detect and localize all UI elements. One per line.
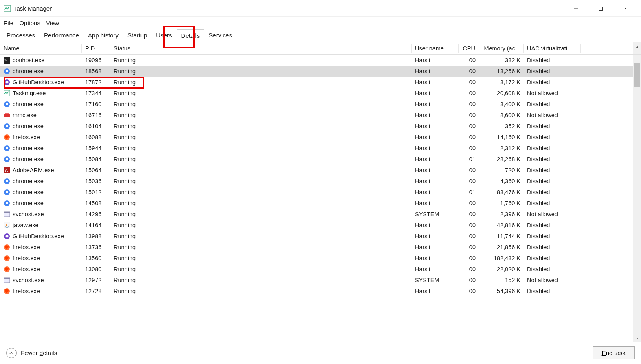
table-row[interactable]: firefox.exe13560RunningHarsit00182,432 K… xyxy=(0,252,641,263)
table-row[interactable]: firefox.exe12728RunningHarsit0054,396 KD… xyxy=(0,285,641,296)
close-button[interactable] xyxy=(613,0,637,17)
col-user[interactable]: User name xyxy=(412,44,459,53)
process-name: svchost.exe xyxy=(13,277,44,283)
tab-startup[interactable]: Startup xyxy=(123,29,151,42)
process-pid: 14164 xyxy=(82,222,110,228)
process-status: Running xyxy=(110,134,412,140)
table-row[interactable]: chrome.exe18568RunningHarsit0013,256 KDi… xyxy=(0,66,641,77)
process-uac: Disabled xyxy=(524,244,581,250)
process-memory: 83,476 K xyxy=(479,189,524,195)
table-row[interactable]: chrome.exe17160RunningHarsit003,400 KDis… xyxy=(0,99,641,110)
vertical-scrollbar[interactable]: ▴ xyxy=(633,42,641,54)
process-uac: Disabled xyxy=(524,101,581,107)
process-cpu: 00 xyxy=(459,244,479,250)
table-row[interactable]: chrome.exe15036RunningHarsit004,360 KDis… xyxy=(0,175,641,186)
svg-point-26 xyxy=(6,180,8,182)
svchost-icon xyxy=(4,211,10,217)
end-task-button[interactable]: End task xyxy=(593,346,635,359)
process-cpu: 00 xyxy=(459,288,479,294)
chrome-icon xyxy=(4,68,10,75)
tab-processes[interactable]: Processes xyxy=(2,29,40,42)
col-memory[interactable]: Memory (ac... xyxy=(479,44,524,53)
table-row[interactable]: firefox.exe16088RunningHarsit0014,160 KD… xyxy=(0,132,641,143)
tab-details[interactable]: Details xyxy=(177,29,204,42)
process-status: Running xyxy=(110,266,412,272)
process-status: Running xyxy=(110,112,412,118)
process-name: firefox.exe xyxy=(13,134,40,140)
table-row[interactable]: javaw.exe14164RunningHarsit0042,816 KDis… xyxy=(0,219,641,230)
process-name: chrome.exe xyxy=(13,101,44,107)
process-memory: 13,256 K xyxy=(479,68,524,75)
process-user: Harsit xyxy=(412,266,459,272)
table-row[interactable]: GitHubDesktop.exe17872RunningHarsit003,1… xyxy=(0,77,641,88)
app-icon xyxy=(4,5,11,12)
title-bar[interactable]: Task Manager xyxy=(0,0,641,17)
process-user: SYSTEM xyxy=(412,211,459,217)
menu-file[interactable]: File xyxy=(4,20,13,26)
table-row[interactable]: chrome.exe15084RunningHarsit0128,268 KDi… xyxy=(0,153,641,164)
table-row[interactable]: mmc.exe16716RunningHarsit008,600 KNot al… xyxy=(0,110,641,121)
table-row[interactable]: Taskmgr.exe17344RunningHarsit0020,608 KN… xyxy=(0,88,641,99)
scroll-up-icon[interactable]: ▴ xyxy=(633,42,641,50)
process-uac: Disabled xyxy=(524,57,581,64)
github-icon xyxy=(4,79,10,86)
process-uac: Disabled xyxy=(524,134,581,140)
process-status: Running xyxy=(110,288,412,294)
table-row[interactable]: svchost.exe14296RunningSYSTEM002,396 KNo… xyxy=(0,208,641,219)
col-uac[interactable]: UAC virtualizati... xyxy=(524,44,581,53)
process-name: chrome.exe xyxy=(13,123,44,129)
tab-performance[interactable]: Performance xyxy=(40,29,83,42)
process-pid: 16088 xyxy=(82,134,110,140)
fewer-details-button[interactable]: Fewer details xyxy=(6,348,57,358)
minimize-button[interactable] xyxy=(564,0,588,17)
table-row[interactable]: >_conhost.exe19096RunningHarsit00332 KDi… xyxy=(0,55,641,66)
process-name: chrome.exe xyxy=(13,145,44,151)
process-status: Running xyxy=(110,101,412,107)
process-status: Running xyxy=(110,79,412,86)
tab-users[interactable]: Users xyxy=(151,29,176,42)
maximize-button[interactable] xyxy=(588,0,613,17)
process-status: Running xyxy=(110,156,412,162)
mmc-icon xyxy=(4,112,10,118)
process-uac: Not allowed xyxy=(524,211,581,217)
process-user: Harsit xyxy=(412,255,459,261)
chrome-icon xyxy=(4,145,10,151)
tab-app-history[interactable]: App history xyxy=(83,29,123,42)
col-pid[interactable]: PID⌄ xyxy=(82,44,110,53)
table-row[interactable]: chrome.exe14508RunningHarsit001,760 KDis… xyxy=(0,197,641,208)
table-row[interactable]: AAdobeARM.exe15064RunningHarsit00720 KDi… xyxy=(0,164,641,175)
menu-view[interactable]: View xyxy=(46,20,59,26)
process-uac: Disabled xyxy=(524,233,581,239)
process-name: chrome.exe xyxy=(13,189,44,195)
table-row[interactable]: chrome.exe15012RunningHarsit0183,476 KDi… xyxy=(0,186,641,197)
table-row[interactable]: GitHubDesktop.exe13988RunningHarsit0011,… xyxy=(0,230,641,241)
process-user: Harsit xyxy=(412,222,459,228)
process-cpu: 00 xyxy=(459,90,479,96)
table-row[interactable]: firefox.exe13080RunningHarsit0022,020 KD… xyxy=(0,263,641,274)
svg-point-13 xyxy=(6,103,8,105)
table-row[interactable]: svchost.exe12972RunningSYSTEM00152 KNot … xyxy=(0,274,641,285)
scrollbar-thumb[interactable] xyxy=(634,63,640,87)
process-pid: 13560 xyxy=(82,255,110,261)
process-status: Running xyxy=(110,277,412,283)
col-status[interactable]: Status xyxy=(110,44,412,53)
process-memory: 2,396 K xyxy=(479,211,524,217)
menu-options[interactable]: Options xyxy=(19,20,40,26)
process-pid: 14296 xyxy=(82,211,110,217)
svg-rect-40 xyxy=(4,278,10,279)
process-uac: Disabled xyxy=(524,79,581,86)
scroll-down-icon[interactable]: ▾ xyxy=(633,334,641,342)
process-user: Harsit xyxy=(412,156,459,162)
col-name[interactable]: Name xyxy=(0,44,82,53)
menu-bar: File Options View xyxy=(0,17,641,29)
process-name: chrome.exe xyxy=(13,156,44,162)
table-row[interactable]: chrome.exe15944RunningHarsit002,312 KDis… xyxy=(0,143,641,153)
col-cpu[interactable]: CPU xyxy=(459,44,479,53)
svg-point-20 xyxy=(6,147,8,149)
process-memory: 720 K xyxy=(479,167,524,173)
vertical-scrollbar-track[interactable]: ▾ xyxy=(633,55,641,342)
table-row[interactable]: firefox.exe13736RunningHarsit0021,856 KD… xyxy=(0,241,641,252)
table-row[interactable]: chrome.exe16104RunningHarsit00352 KDisab… xyxy=(0,121,641,132)
process-uac: Disabled xyxy=(524,255,581,261)
tab-services[interactable]: Services xyxy=(204,29,237,42)
